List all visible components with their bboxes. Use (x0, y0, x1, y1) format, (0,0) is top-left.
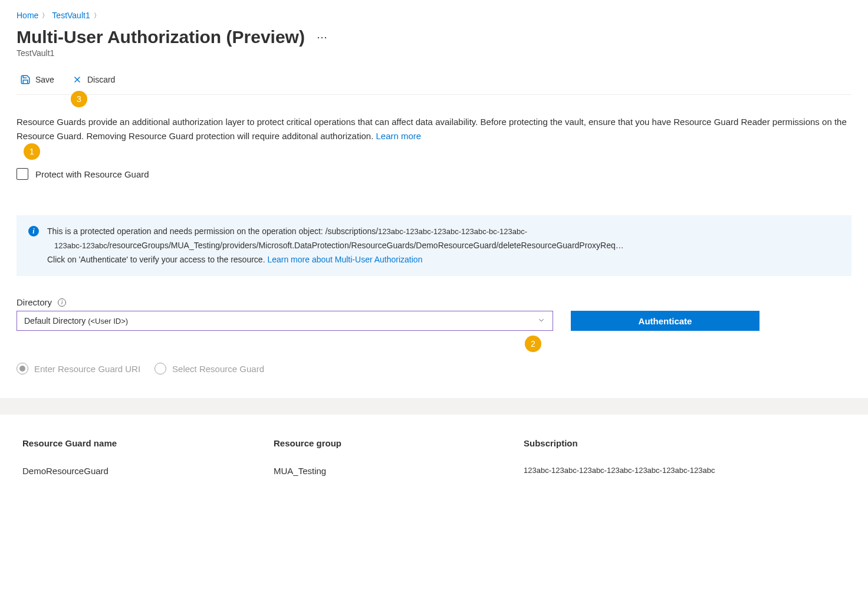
info-line1: This is a protected operation and needs … (47, 226, 378, 236)
table-row: DemoResourceGuard MUA_Testing 123abc-123… (17, 466, 851, 476)
info-subid: 123abc-123abc-123abc-123abc-bc-123abc- (378, 227, 527, 236)
discard-label: Discard (87, 75, 115, 84)
info-line3: Click on 'Authenticate' to verify your a… (47, 255, 267, 264)
chevron-right-icon: 〉 (94, 11, 100, 20)
callout-badge-2: 2 (525, 336, 541, 352)
radio-icon (17, 363, 28, 374)
radio-enter-uri[interactable]: Enter Resource Guard URI (17, 363, 140, 374)
table-cell-sub: 123abc-123abc-123abc-123abc-123abc-123ab… (524, 466, 851, 476)
breadcrumb-vault[interactable]: TestVault1 (52, 11, 90, 20)
table-header-sub: Subscription (524, 438, 851, 448)
breadcrumb-home[interactable]: Home (17, 11, 38, 20)
protect-checkbox-label: Protect with Resource Guard (35, 169, 149, 179)
page-title: Multi-User Authorization (Preview) (17, 27, 305, 47)
radio-icon (154, 363, 166, 374)
save-icon (20, 74, 31, 85)
table-header-name: Resource Guard name (17, 438, 274, 448)
learn-more-link[interactable]: Learn more (376, 131, 422, 141)
table-header-rg: Resource group (274, 438, 524, 448)
radio-uri-label: Enter Resource Guard URI (34, 364, 140, 374)
protect-checkbox[interactable] (17, 168, 28, 180)
callout-badge-1: 1 (24, 143, 40, 160)
radio-select-label: Select Resource Guard (172, 364, 264, 374)
more-options-icon[interactable]: ⋯ (317, 31, 327, 44)
discard-button[interactable]: Discard (68, 72, 119, 87)
page-subtitle: TestVault1 (17, 48, 851, 58)
breadcrumb: Home 〉 TestVault1 〉 (17, 11, 851, 20)
close-icon (72, 74, 83, 85)
callout-badge-3: 3 (71, 91, 87, 107)
toolbar: Save Discard 3 (17, 72, 851, 95)
info-line2-path: /resourceGroups/MUA_Testing/providers/Mi… (107, 241, 624, 250)
resource-guard-table: Resource Guard name Resource group Subsc… (17, 438, 851, 476)
info-tooltip-icon[interactable]: i (58, 298, 66, 307)
chevron-down-icon (537, 316, 545, 326)
radio-select-guard[interactable]: Select Resource Guard (154, 363, 264, 374)
directory-selected: Default Directory (24, 316, 88, 326)
save-button[interactable]: Save (17, 72, 58, 87)
divider (0, 398, 868, 415)
info-icon: i (28, 226, 39, 236)
save-label: Save (35, 75, 54, 84)
directory-label: Directory (17, 297, 52, 307)
info-line2-id: 123abc-123abc (54, 241, 107, 250)
directory-user-id: (<User ID>) (88, 317, 128, 326)
chevron-right-icon: 〉 (42, 11, 48, 20)
table-cell-name: DemoResourceGuard (17, 466, 274, 476)
learn-mua-link[interactable]: Learn more about Multi-User Authorizatio… (267, 255, 422, 264)
description-text: Resource Guards provide an additional au… (17, 115, 851, 143)
info-box: i This is a protected operation and need… (17, 215, 851, 276)
table-cell-rg: MUA_Testing (274, 466, 524, 476)
authenticate-button[interactable]: Authenticate (571, 311, 760, 331)
directory-dropdown[interactable]: Default Directory (<User ID>) (17, 311, 553, 331)
